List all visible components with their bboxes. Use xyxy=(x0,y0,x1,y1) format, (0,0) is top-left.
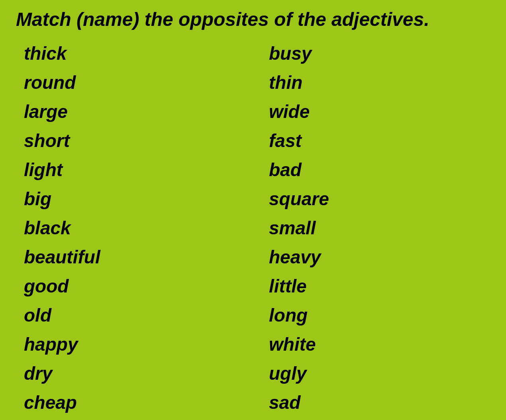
list-item: light xyxy=(24,155,245,184)
left-column: thickroundlargeshortlightbigblackbeautif… xyxy=(16,39,245,420)
list-item: white xyxy=(269,330,490,359)
list-item: square xyxy=(269,184,490,214)
list-item: bad xyxy=(269,155,490,184)
list-item: dry xyxy=(24,359,245,388)
list-item: large xyxy=(24,97,245,126)
list-item: sad xyxy=(269,388,490,417)
list-item: long xyxy=(269,301,490,330)
list-item: heavy xyxy=(269,243,490,272)
list-item: black xyxy=(24,214,245,243)
list-item: busy xyxy=(269,39,490,68)
list-item: ugly xyxy=(269,359,490,388)
list-item: old xyxy=(24,301,245,330)
list-item: big xyxy=(24,184,245,214)
page-title: Match (name) the opposites of the adject… xyxy=(16,8,490,31)
list-item: wet xyxy=(269,417,490,420)
list-item: short xyxy=(24,126,245,155)
list-item: little xyxy=(269,272,490,301)
word-columns: thickroundlargeshortlightbigblackbeautif… xyxy=(16,39,490,420)
list-item: thin xyxy=(24,417,245,420)
list-item: wide xyxy=(269,97,490,126)
list-item: cheap xyxy=(24,388,245,417)
list-item: small xyxy=(269,214,490,243)
list-item: thick xyxy=(24,39,245,68)
right-column: busythinwidefastbadsquaresmallheavylittl… xyxy=(245,39,490,420)
list-item: round xyxy=(24,68,245,97)
list-item: beautiful xyxy=(24,243,245,272)
list-item: thin xyxy=(269,68,490,97)
list-item: happy xyxy=(24,330,245,359)
list-item: good xyxy=(24,272,245,301)
list-item: fast xyxy=(269,126,490,155)
